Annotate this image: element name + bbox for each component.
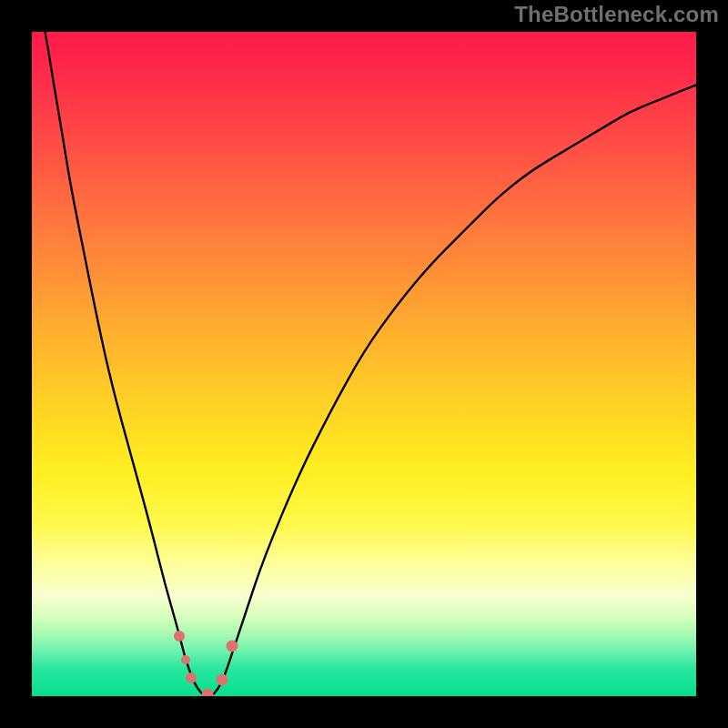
data-markers <box>32 32 696 696</box>
data-marker <box>227 641 238 652</box>
chart-frame: TheBottleneck.com <box>0 0 728 728</box>
data-marker <box>181 655 190 664</box>
data-marker <box>174 631 185 642</box>
data-marker <box>186 672 197 683</box>
watermark-text: TheBottleneck.com <box>514 2 719 27</box>
data-marker <box>216 673 228 685</box>
data-marker <box>202 688 214 696</box>
plot-area <box>32 32 696 696</box>
